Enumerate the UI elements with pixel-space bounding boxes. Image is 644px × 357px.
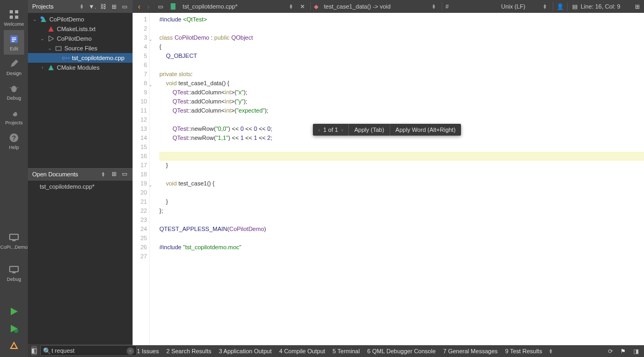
symbol-selector[interactable]: test_case1_data() -> void ▴▾ <box>320 3 438 10</box>
file-name: tst_copilotdemo.cpp* <box>182 3 237 10</box>
status-pane[interactable]: 7 General Messages <box>443 348 498 354</box>
open-doc-item[interactable]: tst_copilotdemo.cpp* <box>28 182 133 191</box>
mode-design[interactable]: Design <box>4 55 24 79</box>
updown-icon[interactable]: ▴▾ <box>99 170 107 178</box>
tree-item[interactable]: ⌄Source Files <box>28 43 133 53</box>
next-icon[interactable]: › <box>341 127 343 133</box>
apply-word-button[interactable]: Apply Word (Alt+Right) <box>390 124 461 136</box>
help-icon: ? <box>8 132 20 144</box>
warning-icon[interactable]: ⚑ <box>619 347 627 355</box>
file-icon <box>170 3 177 10</box>
run-icon[interactable] <box>9 307 19 316</box>
nav-forward-icon[interactable]: › <box>145 2 152 11</box>
prev-icon[interactable]: ‹ <box>318 127 320 133</box>
svg-marker-23 <box>49 36 54 41</box>
locator-input[interactable] <box>40 345 137 356</box>
tree-item[interactable]: ›CMake Modules <box>28 63 133 72</box>
cmake-icon <box>47 64 55 71</box>
expand-icon[interactable]: ⌄ <box>47 46 53 51</box>
project-tree[interactable]: ⌄CoPilotDemoCMakeLists.txt⌄CoPilotDemo⌄S… <box>28 13 133 167</box>
open-docs-title: Open Documents <box>32 171 78 177</box>
tree-label: CoPilotDemo <box>49 16 84 23</box>
status-pane[interactable]: 1 Issues <box>137 348 159 354</box>
tree-label: CMakeLists.txt <box>57 26 96 32</box>
apply-button[interactable]: Apply (Tab) <box>348 124 390 136</box>
fold-icon[interactable]: ⌄ <box>149 80 152 90</box>
file-selector[interactable]: tst_copilotdemo.cpp* ▴▾ <box>179 3 296 10</box>
filter-icon[interactable]: ▼. <box>89 3 96 10</box>
svg-rect-6 <box>12 39 16 40</box>
mode-projects[interactable]: Projects <box>4 104 24 129</box>
symbol-name: test_case1_data() -> void <box>324 3 390 10</box>
add-icon[interactable]: ⊞ <box>110 3 118 10</box>
link-icon[interactable]: ⛓ <box>99 3 107 10</box>
build-icon[interactable] <box>9 341 19 351</box>
code-area[interactable]: #include <QtTest> class CoPilotDemo : pu… <box>150 13 644 345</box>
add-icon[interactable]: ⊞ <box>110 170 118 178</box>
run-icon <box>47 35 55 42</box>
clear-icon[interactable]: ✕ <box>127 347 134 355</box>
bug-icon <box>8 83 20 94</box>
close-icon[interactable]: ✕ <box>298 3 307 10</box>
updown-icon[interactable]: ▴▾ <box>290 4 292 9</box>
mode-debug[interactable]: Debug <box>4 79 24 104</box>
svg-rect-15 <box>10 266 18 272</box>
encoding-label: Unix (LF) <box>501 3 525 10</box>
doc-label: tst_copilotdemo.cpp* <box>40 183 94 190</box>
fold-icon[interactable]: ⌄ <box>149 181 152 190</box>
status-pane[interactable]: 3 Application Output <box>219 348 272 354</box>
copilot-icon[interactable]: 👤 <box>557 3 564 10</box>
tree-item[interactable]: ⌄CoPilotDemo <box>28 34 133 43</box>
tree-label: Source Files <box>64 45 97 51</box>
status-pane[interactable]: 6 QML Debugger Console <box>367 348 435 354</box>
updown-icon[interactable]: ▴▾ <box>544 4 546 9</box>
nav-back-icon[interactable]: ‹ <box>136 2 143 11</box>
split-icon[interactable]: ⊞ <box>633 3 641 10</box>
expand-icon[interactable]: ⌄ <box>32 17 38 22</box>
target-copidemo[interactable]: CoPi...Demo <box>0 228 27 253</box>
split-icon[interactable]: ▭ <box>121 170 128 178</box>
hash-label[interactable]: # <box>445 3 449 10</box>
monitor-icon <box>8 232 20 243</box>
status-pane[interactable]: 5 Terminal <box>333 348 360 354</box>
locator-toggle[interactable]: ◧ <box>31 346 37 355</box>
tree-label: CMake Modules <box>57 64 99 71</box>
svg-rect-24 <box>56 47 61 50</box>
updown-icon[interactable]: ▴▾ <box>78 3 85 10</box>
svg-marker-22 <box>48 26 54 32</box>
tree-item[interactable]: CMakeLists.txt <box>28 24 133 34</box>
editor-area: ‹ › ▭ tst_copilotdemo.cpp* ▴▾ ✕ ◆ test_c… <box>133 0 644 357</box>
copilot-tooltip: ‹ 1 of 1 › Apply (Tab) Apply Word (Alt+R… <box>313 124 461 136</box>
mode-help[interactable]: ?Help <box>4 129 24 153</box>
edit-icon <box>8 33 20 45</box>
expand-icon[interactable]: ⌄ <box>40 36 45 41</box>
status-pane[interactable]: 2 Search Results <box>166 348 211 354</box>
code-editor[interactable]: 123⌄45678⌄910111213141516171819⌄20212223… <box>133 13 644 345</box>
progress-icon[interactable]: ⟳ <box>606 347 614 355</box>
run-debug-icon[interactable] <box>9 324 19 333</box>
symbol-icon: ◆ <box>314 3 318 10</box>
updown-icon[interactable]: ▴▾ <box>433 4 435 9</box>
updown-icon[interactable]: ▴▾ <box>550 348 552 354</box>
encoding-selector[interactable]: Unix (LF) ▴▾ <box>498 3 550 10</box>
tree-item[interactable]: C++tst_copilotdemo.cpp <box>28 53 133 63</box>
target-debug[interactable]: Debug <box>0 261 27 285</box>
mode-edit[interactable]: Edit <box>4 30 24 55</box>
bookmark-icon[interactable]: ▭ <box>157 3 164 10</box>
split-icon[interactable]: ▭ <box>121 3 128 10</box>
fold-icon[interactable]: ⌄ <box>149 35 152 44</box>
cursor-position[interactable]: Line: 16, Col: 9 <box>581 3 620 10</box>
sidebar-right-icon[interactable]: ◨ <box>632 347 640 355</box>
expand-icon[interactable]: › <box>40 65 45 70</box>
gutter[interactable]: 123⌄45678⌄910111213141516171819⌄20212223… <box>133 13 150 345</box>
folder-icon <box>55 44 62 52</box>
wrench-icon <box>8 107 20 119</box>
mode-welcome[interactable]: Welcome <box>4 5 24 30</box>
status-pane[interactable]: 9 Test Results <box>505 348 542 354</box>
status-pane[interactable]: 4 Compile Output <box>279 348 325 354</box>
svg-rect-1 <box>15 10 18 13</box>
tooltip-count: 1 of 1 <box>323 127 338 133</box>
open-docs-list[interactable]: tst_copilotdemo.cpp* <box>28 181 133 192</box>
tree-item[interactable]: ⌄CoPilotDemo <box>28 14 133 24</box>
projects-title: Projects <box>32 3 54 10</box>
